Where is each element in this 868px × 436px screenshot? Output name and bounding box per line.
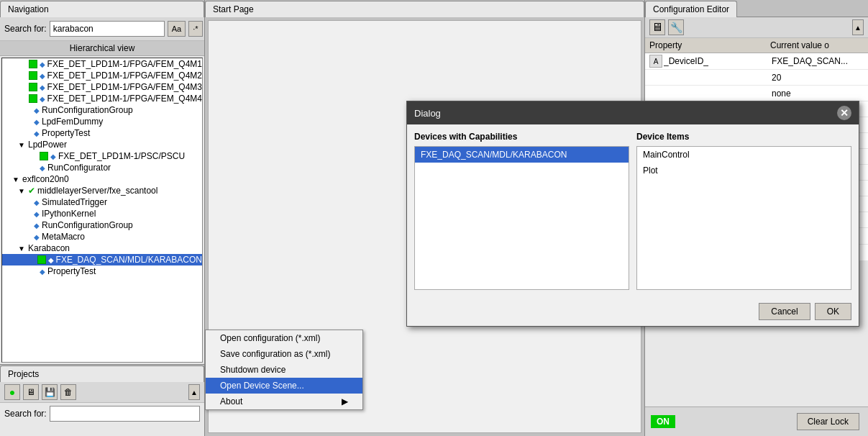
row-value: 20: [772, 73, 865, 83]
tree-item-label: FXE_DET_LPD1M-1/FPGA/FEM_Q4M4: [47, 94, 202, 104]
on-badge: ON: [651, 415, 675, 428]
expand-btn[interactable]: ▼: [17, 243, 27, 253]
status-green-icon: [29, 71, 37, 80]
context-menu-item-open_scene[interactable]: Open Device Scene...: [206, 378, 362, 394]
row-icon: A: [649, 55, 662, 68]
expand-btn[interactable]: ▼: [17, 186, 27, 196]
context-menu-item-about[interactable]: About▶: [206, 394, 362, 409]
regex-button[interactable]: ·*: [188, 21, 202, 37]
clear-lock-button[interactable]: Clear Lock: [797, 413, 859, 430]
tree-item-label: IPythonKernel: [42, 209, 96, 219]
tree-item[interactable]: ▼✔middlelayerServer/fxe_scantool: [2, 185, 202, 196]
status-green-icon: [37, 255, 46, 264]
navigation-tab[interactable]: Navigation: [0, 1, 204, 17]
tree-item-label: RunConfigurationGroup: [42, 105, 133, 115]
start-page-tab[interactable]: Start Page: [205, 1, 644, 17]
search-label: Search for:: [4, 24, 47, 34]
status-green-icon: [29, 60, 37, 68]
tree-item[interactable]: ◆MetaMacro: [2, 231, 202, 242]
context-menu-item-save_config[interactable]: Save configuration as (*.xml): [206, 346, 362, 362]
aa-button[interactable]: Aa: [168, 21, 186, 37]
devices-list: FXE_DAQ_SCAN/MDL/KARABACON: [414, 146, 629, 290]
dialog-close-button[interactable]: ✕: [837, 106, 851, 120]
context-menu-label: Open configuration (*.xml): [220, 333, 320, 343]
tree-item[interactable]: ▼LpdPower: [2, 139, 202, 150]
tree-item-label: PropertyTest: [47, 266, 96, 276]
row-property: _DeviceID_: [664, 56, 772, 66]
ok-button[interactable]: OK: [815, 303, 851, 320]
tree-item[interactable]: ◆LpdFemDummy: [2, 116, 202, 127]
config-tool-icon[interactable]: 🔧: [668, 19, 684, 35]
items-section: Device Items MainControlPlot: [636, 132, 851, 290]
status-green-icon: [29, 83, 37, 91]
tree-item[interactable]: ◆FXE_DET_LPD1M-1/FPGA/FEM_Q4M3: [2, 81, 202, 93]
trash-icon[interactable]: 🗑: [60, 384, 76, 400]
tree-item-label: FXE_DAQ_SCAN/MDL/KARABACON: [56, 255, 202, 265]
device-item[interactable]: Plot: [637, 163, 851, 178]
expand-btn[interactable]: ▼: [17, 140, 27, 150]
monitor-icon[interactable]: 🖥: [23, 384, 39, 400]
tree-item[interactable]: ◆RunConfigurator: [2, 162, 202, 173]
tree-item-label: LpdFemDummy: [42, 117, 103, 127]
devices-section-title: Devices with Capabilities: [414, 132, 629, 142]
tree-item[interactable]: ◆FXE_DET_LPD1M-1/FPGA/FEM_Q4M4: [2, 93, 202, 104]
tree-item-label: FXE_DET_LPD1M-1/PSC/PSCU: [58, 151, 185, 161]
row-value: FXE_DAQ_SCAN...: [772, 56, 865, 66]
tree-item[interactable]: ◆FXE_DET_LPD1M-1/FPGA/FEM_Q4M2: [2, 70, 202, 81]
items-section-title: Device Items: [636, 132, 851, 142]
tree-item-label: MetaMacro: [42, 232, 85, 242]
value-col-header: Current value o: [770, 40, 864, 50]
tree-item[interactable]: ◆FXE_DAQ_SCAN/MDL/KARABACON: [2, 254, 202, 265]
context-menu: Open configuration (*.xml)Save configura…: [205, 330, 363, 410]
scroll-up-icon[interactable]: ▲: [188, 384, 200, 400]
tree-item-label: middlelayerServer/fxe_scantool: [37, 186, 157, 196]
tree-item[interactable]: ▼exflcon20n0: [2, 173, 202, 185]
device-list-item[interactable]: FXE_DAQ_SCAN/MDL/KARABACON: [415, 147, 629, 163]
config-scroll-up[interactable]: ▲: [852, 19, 864, 35]
hierarchical-view-header: Hierarchical view: [0, 41, 204, 56]
cancel-button[interactable]: Cancel: [759, 303, 810, 320]
device-item[interactable]: MainControl: [637, 147, 851, 163]
tree-item-label: LpdPower: [28, 140, 67, 150]
tree-item-label: Karabacon: [28, 243, 70, 253]
dialog-title: Dialog: [414, 108, 441, 119]
context-menu-item-open_config[interactable]: Open configuration (*.xml): [206, 330, 362, 346]
tree-item-label: FXE_DET_LPD1M-1/FPGA/FEM_Q4M2: [47, 71, 202, 81]
tree-item[interactable]: ◆SimulatedTrigger: [2, 196, 202, 208]
tree-item[interactable]: ◆IPythonKernel: [2, 208, 202, 219]
tree-item-label: RunConfigurationGroup: [42, 220, 133, 230]
tree-item[interactable]: ◆RunConfigurationGroup: [2, 219, 202, 231]
status-green-icon: [40, 152, 48, 160]
dialog: Dialog ✕ Devices with Capabilities FXE_D…: [406, 101, 859, 327]
projects-search-input[interactable]: [50, 406, 200, 422]
row-value: none: [772, 88, 865, 99]
tree-item-label: SimulatedTrigger: [42, 197, 107, 207]
config-row: 20: [645, 70, 868, 86]
config-icon[interactable]: 🖥: [649, 19, 665, 35]
green-circle-icon[interactable]: ●: [4, 384, 20, 400]
config-editor-tab[interactable]: Configuration Editor: [645, 1, 737, 17]
search-input[interactable]: [50, 21, 165, 37]
tree-item[interactable]: ▼Karabacon: [2, 242, 202, 254]
tree-item[interactable]: ◆RunConfigurationGroup: [2, 104, 202, 116]
property-col-header: Property: [649, 40, 770, 50]
save-icon[interactable]: 💾: [42, 384, 58, 400]
devices-section: Devices with Capabilities FXE_DAQ_SCAN/M…: [414, 132, 629, 290]
tree-item-label: RunConfigurator: [47, 163, 111, 173]
status-green-icon: [29, 94, 37, 103]
tree-item[interactable]: ◆PropertyTest: [2, 127, 202, 139]
context-menu-item-shutdown[interactable]: Shutdown device: [206, 362, 362, 378]
navigation-tree: ◆FXE_DET_LPD1M-1/FPGA/FEM_Q4M1◆FXE_DET_L…: [1, 58, 203, 363]
context-menu-label: Shutdown device: [220, 365, 285, 375]
projects-tab[interactable]: Projects: [0, 365, 204, 382]
context-menu-label: About: [220, 396, 242, 407]
tree-item-label: PropertyTest: [42, 128, 90, 138]
tree-item-label: exflcon20n0: [22, 174, 69, 184]
tree-item-label: FXE_DET_LPD1M-1/FPGA/FEM_Q4M3: [47, 82, 202, 92]
tree-item[interactable]: ◆FXE_DET_LPD1M-1/FPGA/FEM_Q4M1: [2, 58, 202, 70]
tree-item[interactable]: ◆PropertyTest: [2, 265, 202, 277]
projects-search-label: Search for:: [4, 409, 47, 419]
tree-item[interactable]: ◆FXE_DET_LPD1M-1/PSC/PSCU: [2, 150, 202, 162]
config-row: A_DeviceID_FXE_DAQ_SCAN...: [645, 53, 868, 70]
expand-btn[interactable]: ▼: [11, 174, 21, 184]
